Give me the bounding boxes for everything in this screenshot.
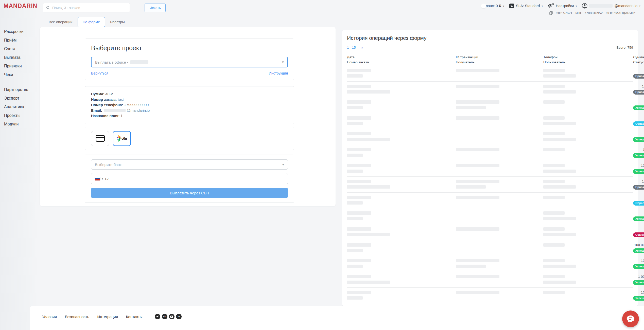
summary-label: Номер телефона: xyxy=(91,103,123,107)
footer-link[interactable]: Безопасность xyxy=(65,315,89,319)
sbp-payout-button[interactable]: Выплатить через СБП xyxy=(91,188,288,198)
sidebar-item[interactable]: Партнерство xyxy=(4,85,34,94)
cell-date-order xyxy=(347,224,456,240)
sidebar-item[interactable]: Приём xyxy=(4,36,34,45)
table-row[interactable]: 100 ₽ Успешно xyxy=(347,161,633,177)
amount-value: 1 ₽ xyxy=(633,132,644,136)
table-row[interactable]: 100 000 ₽ Успешно xyxy=(347,240,633,256)
pay-method-sbp-button[interactable]: сбп xyxy=(113,131,131,146)
footer-link[interactable]: Интеграция xyxy=(97,315,118,319)
sidebar-item[interactable]: Счета xyxy=(4,45,34,53)
recipient-redacted xyxy=(456,106,486,109)
bank-select[interactable]: Выберите банк ▾ xyxy=(91,159,288,170)
chevron-down-icon[interactable]: ▾ xyxy=(102,177,103,180)
cell-phone-user xyxy=(543,161,633,177)
payment-summary: Сумма: 40 ₽ Номер заказа: test Номер тел… xyxy=(85,86,294,124)
footer-links: УсловияБезопасностьИнтеграцияКонтакты xyxy=(42,315,143,319)
sidebar-item[interactable]: Чеки xyxy=(4,70,34,79)
footer-link[interactable]: Контакты xyxy=(126,315,143,319)
phone-redacted xyxy=(543,164,565,167)
amount-value: 1 ₽ xyxy=(633,227,644,231)
youtube-icon[interactable] xyxy=(169,314,175,319)
balance-dropdown[interactable]: Баланс: 0 ₽ ▾ xyxy=(481,4,504,8)
settings-dropdown[interactable]: Настройки ▾ xyxy=(548,3,577,9)
table-row[interactable]: 10 ₽ Успешно xyxy=(347,145,633,161)
merchant-info-line: CID: 57621 ИНН: 7708816952 ООО "МАНДАРИН… xyxy=(549,11,635,15)
bank-card-icon xyxy=(96,135,105,142)
table-row[interactable]: 1 ₽ Успешно xyxy=(347,129,633,145)
cell-amount-status: 100 ₽ Привязка xyxy=(633,82,644,97)
cell-phone-user xyxy=(543,240,633,256)
tab[interactable]: Все операции xyxy=(44,17,78,27)
table-row[interactable]: 1 ₽ Обработка xyxy=(347,113,633,129)
phone-input[interactable] xyxy=(105,177,155,181)
column-header-line1: Телефон xyxy=(543,55,633,60)
table-row[interactable]: 100 ₽ Привязка xyxy=(347,177,633,193)
gear-icon xyxy=(548,3,554,9)
global-search xyxy=(43,3,130,12)
user-redacted xyxy=(543,90,576,94)
table-row[interactable]: 1 000 ₽ Успешно xyxy=(347,272,633,288)
cell-amount-status: 100 000 ₽ Успешно xyxy=(633,240,644,256)
status-badge: Обработка xyxy=(633,121,644,126)
sla-dropdown[interactable]: SLA: Standard ▾ xyxy=(509,4,543,8)
pay-method-card-button[interactable] xyxy=(91,131,109,146)
cell-amount-status: 1 ₽ Обработка xyxy=(633,193,644,208)
order-redacted xyxy=(347,170,363,173)
account-dropdown[interactable]: @mandarin.io ▾ xyxy=(582,3,640,9)
project-select[interactable]: Выплата в офисе - ▾ xyxy=(91,57,288,67)
column-header-line2: Номер заказа xyxy=(347,60,456,65)
user-redacted xyxy=(543,122,576,125)
sidebar-item[interactable]: Проекты xyxy=(4,111,34,120)
cell-phone-user xyxy=(543,256,633,272)
table-row[interactable]: 40 ₽ Привязка xyxy=(347,66,633,82)
sidebar-item[interactable]: Экспорт xyxy=(4,94,34,103)
linkedin-icon[interactable]: in xyxy=(176,314,182,319)
amount-value: 100 ₽ xyxy=(633,259,644,263)
sidebar-item[interactable]: Модули xyxy=(4,120,34,129)
amount-value: 100 000 ₽ xyxy=(633,243,644,247)
history-title: История операций через форму xyxy=(347,35,426,41)
vk-icon[interactable]: vk xyxy=(162,314,167,319)
sidebar-item[interactable]: Привязки xyxy=(4,62,34,70)
pagination-range[interactable]: 1 - 15 xyxy=(347,46,356,49)
pagination-next[interactable]: » xyxy=(361,46,363,49)
date-redacted xyxy=(347,211,371,215)
russia-flag-icon[interactable] xyxy=(95,177,100,180)
summary-row: Номер телефона: +79999999999 xyxy=(91,102,288,108)
column-header-line1: Сумма xyxy=(633,55,644,60)
table-row[interactable]: 1 ₽ Обработка xyxy=(347,193,633,209)
cell-amount-status: 1 ₽ Успешно xyxy=(633,129,644,145)
table-row[interactable]: 1 ₽ Успешно xyxy=(347,97,633,113)
table-row[interactable]: 100 ₽ Успешно xyxy=(347,288,633,304)
date-redacted xyxy=(347,148,371,151)
search-button[interactable]: Искать xyxy=(145,4,166,12)
sidebar-item[interactable]: Рассрочки xyxy=(4,27,34,36)
copy-icon[interactable] xyxy=(549,11,553,15)
sidebar-item[interactable]: Аналитика xyxy=(4,103,34,111)
support-chat-button[interactable] xyxy=(622,310,639,327)
table-row[interactable]: 1 ₽ Ошибка xyxy=(347,224,633,240)
tab[interactable]: Реестры xyxy=(105,17,130,27)
search-input[interactable] xyxy=(52,6,127,10)
footer-link[interactable]: Условия xyxy=(42,315,57,319)
phone-redacted xyxy=(543,100,565,104)
user-redacted xyxy=(543,74,576,78)
summary-row: Название поля: 1 xyxy=(91,113,288,119)
back-link[interactable]: Вернуться xyxy=(91,71,108,75)
mandarin-logo[interactable]: MANDARIN xyxy=(4,3,37,9)
phone-redacted xyxy=(543,259,565,262)
table-row[interactable]: 100 ₽ Успешно xyxy=(347,256,633,272)
cell-date-order xyxy=(347,66,456,81)
column-header: ID транзакции Получатель xyxy=(456,54,543,65)
telegram-icon[interactable] xyxy=(155,314,160,319)
column-header-line1: Дата xyxy=(347,55,456,60)
table-row[interactable]: 1 ₽ Успешно xyxy=(347,208,633,224)
instruction-link[interactable]: Инструкция xyxy=(269,71,288,75)
order-redacted xyxy=(347,74,363,78)
table-row[interactable]: 100 ₽ Привязка xyxy=(347,82,633,98)
sidebar-item[interactable]: Выплата xyxy=(4,53,34,62)
date-redacted xyxy=(347,180,371,183)
status-badge: Успешно xyxy=(633,216,644,221)
tab[interactable]: По форме xyxy=(78,17,105,27)
